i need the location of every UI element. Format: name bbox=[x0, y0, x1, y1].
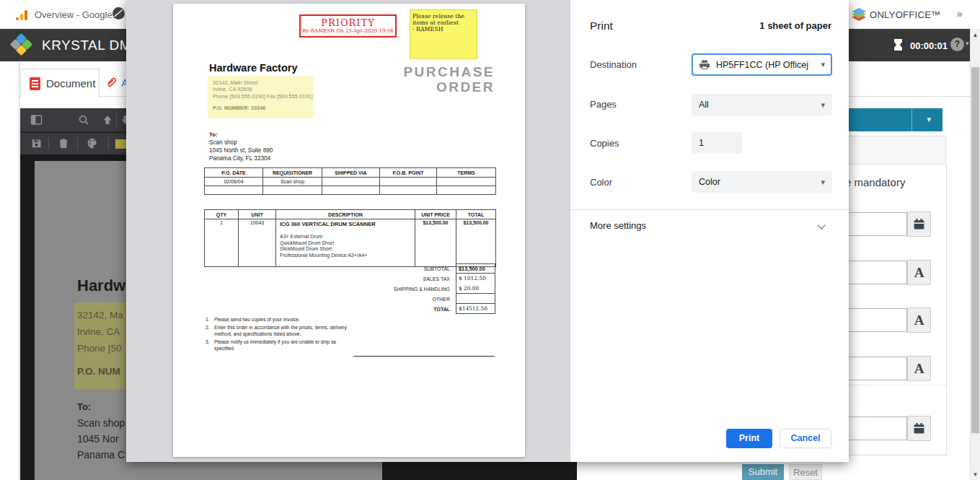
color-label: Color bbox=[590, 177, 612, 188]
globe-icon[interactable] bbox=[112, 6, 125, 23]
dropdown-caret-icon: ▾ bbox=[821, 60, 825, 69]
scroll-down-arrow[interactable]: ▼ bbox=[971, 471, 980, 478]
reset-button[interactable]: Reset bbox=[789, 464, 822, 480]
more-settings-toggle[interactable]: More settings bbox=[590, 220, 646, 231]
help-caret-icon[interactable]: ▾ bbox=[966, 40, 969, 47]
submit-button[interactable]: Submit bbox=[742, 464, 784, 480]
calendar-icon bbox=[913, 422, 925, 435]
action-bar-caret-icon[interactable]: ▾ bbox=[927, 115, 931, 124]
po-number: P.O. NUMBER: 10346 bbox=[213, 105, 314, 111]
print-button[interactable]: Print bbox=[726, 429, 772, 448]
bg-company-name: Hardw bbox=[77, 276, 125, 295]
trash-icon[interactable] bbox=[58, 137, 69, 149]
print-dialog: PRIORITY By RAMESH On 23-Apr-2020 19:56 … bbox=[126, 0, 849, 462]
print-preview-pane: PRIORITY By RAMESH On 23-Apr-2020 19:56 … bbox=[126, 0, 570, 462]
left-gutter bbox=[0, 61, 19, 480]
copies-input[interactable]: 1 bbox=[692, 132, 742, 154]
settings-divider bbox=[570, 209, 849, 210]
toolbar-separator bbox=[116, 113, 117, 126]
text-field-icon: A bbox=[914, 313, 924, 328]
mandatory-note: e mandatory bbox=[845, 176, 905, 188]
page-up-icon[interactable] bbox=[102, 114, 113, 126]
purchase-order-page: PRIORITY By RAMESH On 23-Apr-2020 19:56 … bbox=[173, 4, 525, 457]
company-name: Hardware Factory bbox=[209, 62, 298, 74]
copies-value: 1 bbox=[699, 138, 704, 148]
pages-value: All bbox=[699, 100, 709, 110]
cancel-button[interactable]: Cancel bbox=[780, 429, 831, 448]
po-totals: SUBTOTAL $13,500.00 SALES TAX $ 1012.50 … bbox=[344, 263, 495, 314]
onlyoffice-label[interactable]: ONLYOFFICE™ bbox=[870, 9, 940, 20]
dropdown-caret-icon: ▾ bbox=[821, 178, 825, 187]
pages-dropdown[interactable]: All ▾ bbox=[692, 94, 832, 115]
analytics-icon bbox=[16, 10, 29, 20]
destination-dropdown[interactable]: HP5FF1CC (HP Officej ▾ bbox=[692, 53, 832, 76]
pages-label: Pages bbox=[590, 99, 617, 110]
toolbar-separator bbox=[77, 137, 78, 150]
scroll-up-arrow[interactable]: ▲ bbox=[971, 32, 980, 38]
document-icon bbox=[30, 77, 40, 90]
dialog-buttons: Print Cancel bbox=[726, 429, 831, 448]
krystal-logo-icon bbox=[12, 35, 32, 55]
extensions-overflow-chevron[interactable]: » bbox=[957, 8, 963, 19]
company-address-highlight: 32142, Main Street Irvine, CA 92606 Phon… bbox=[208, 76, 314, 118]
calendar-picker-button[interactable] bbox=[907, 211, 931, 237]
priority-stamp: PRIORITY By RAMESH On 23-Apr-2020 19:56 bbox=[299, 14, 397, 38]
po-items-table: QTY UNIT DESCRIPTION UNIT PRICE TOTAL 1 … bbox=[204, 209, 496, 267]
text-type-button[interactable]: A bbox=[907, 260, 931, 285]
page-scrollbar[interactable]: ▲ ▼ bbox=[970, 29, 980, 480]
text-type-button[interactable]: A bbox=[907, 356, 931, 381]
purchase-order-title: PURCHASE ORDER bbox=[403, 64, 495, 95]
paperclip-icon bbox=[105, 77, 118, 89]
bg-to-block: To: Scan shop 1045 Nor Panama C bbox=[77, 399, 125, 463]
color-value: Color bbox=[699, 177, 720, 187]
session-timer: 00:00:01 bbox=[910, 40, 948, 51]
scrollbar-thumb[interactable] bbox=[971, 67, 979, 433]
tab-document[interactable]: Document bbox=[20, 69, 100, 97]
hourglass-icon bbox=[893, 38, 904, 54]
destination-label: Destination bbox=[590, 59, 637, 70]
dropdown-caret-icon: ▾ bbox=[821, 100, 825, 110]
printer-icon bbox=[699, 59, 710, 71]
palette-icon[interactable] bbox=[87, 137, 99, 149]
po-notes: 1.Please send two copies of your invoice… bbox=[206, 317, 350, 354]
onlyoffice-icon[interactable] bbox=[851, 7, 867, 26]
search-icon[interactable] bbox=[78, 114, 89, 126]
recipient-block: To: Scan shop 1045 North st, Suite 890 P… bbox=[209, 131, 273, 162]
text-field-icon: A bbox=[914, 265, 924, 281]
form-panel-border bbox=[946, 165, 947, 457]
po-info-table: P.O. DATE REQUISITIONER SHIPPED VIA F.O.… bbox=[204, 167, 496, 195]
browser-tab-title[interactable]: Overview - Google... bbox=[35, 9, 120, 20]
calendar-icon bbox=[913, 218, 925, 230]
signature-line bbox=[353, 356, 495, 357]
toolbar-separator bbox=[108, 137, 109, 150]
print-dialog-title: Print bbox=[590, 19, 613, 32]
calendar-picker-button[interactable] bbox=[907, 416, 931, 441]
help-button[interactable]: ? bbox=[950, 38, 964, 51]
color-dropdown[interactable]: Color ▾ bbox=[692, 171, 832, 193]
action-bar-divider bbox=[911, 108, 912, 131]
sidebar-toggle-icon[interactable] bbox=[30, 114, 43, 126]
save-icon[interactable] bbox=[31, 138, 42, 149]
destination-value: HP5FF1CC (HP Officej bbox=[716, 60, 808, 70]
sheet-count: 1 sheet of paper bbox=[759, 20, 831, 31]
chevron-down-icon[interactable] bbox=[818, 222, 826, 230]
text-type-button[interactable]: A bbox=[907, 307, 931, 333]
print-settings-pane: Print 1 sheet of paper Destination HP5FF… bbox=[570, 0, 849, 462]
text-field-icon: A bbox=[914, 361, 924, 377]
copies-label: Copies bbox=[590, 138, 619, 149]
tab-document-label: Document bbox=[46, 77, 95, 90]
toolbar-separator bbox=[48, 137, 49, 150]
sticky-note: Please release the items at earliest - R… bbox=[410, 9, 477, 59]
